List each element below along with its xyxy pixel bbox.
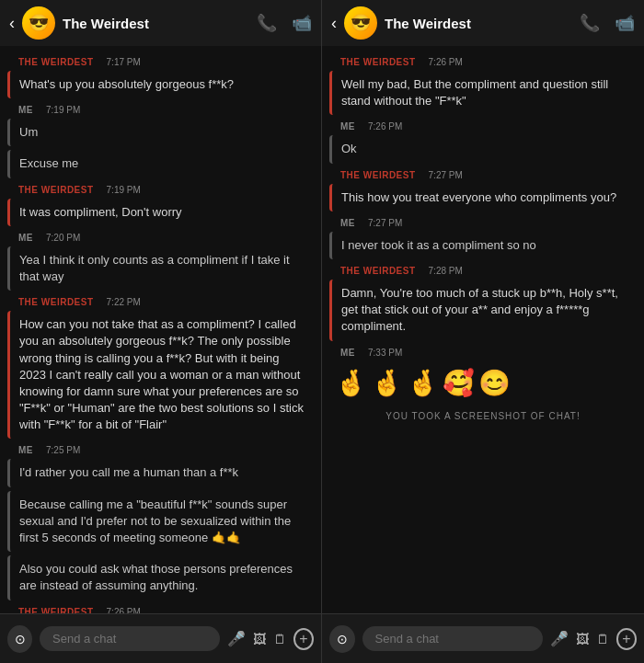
sender-row: THE WEIRDEST 7:19 PM	[4, 181, 317, 196]
message-bubble: It was compliment, Don't worry	[7, 199, 314, 226]
timestamp: 7:19 PM	[107, 185, 141, 195]
sender-label: ME	[11, 101, 40, 116]
left-header: ‹ 😎 The Weirdest 📞 📹	[0, 0, 321, 46]
message-bubble: Damn, You're too much of a stuck up b**h…	[329, 280, 637, 341]
camera-button[interactable]: ⊙	[7, 625, 32, 653]
sender-label: ME	[333, 118, 362, 132]
video-icon[interactable]: 📹	[615, 13, 635, 33]
sender-label: THE WEIRDEST	[11, 293, 101, 308]
sender-row: ME 7:26 PM	[326, 118, 640, 132]
left-avatar: 😎	[22, 6, 55, 40]
sticker-icon[interactable]: 🗒	[596, 632, 609, 646]
sender-row: ME 7:27 PM	[326, 214, 640, 229]
sender-label: ME	[11, 441, 40, 456]
sender-label: THE WEIRDEST	[333, 166, 423, 181]
message-bubble: How can you not take that as a complimen…	[7, 311, 314, 439]
timestamp: 7:26 PM	[107, 607, 141, 613]
right-chat-input[interactable]	[362, 626, 543, 651]
timestamp: 7:33 PM	[368, 348, 402, 358]
plus-button[interactable]: +	[616, 628, 637, 650]
phone-icon[interactable]: 📞	[580, 13, 600, 33]
sender-label: THE WEIRDEST	[333, 262, 423, 277]
left-chat-input[interactable]	[40, 626, 220, 651]
timestamp: 7:26 PM	[368, 121, 402, 131]
timestamp: 7:17 PM	[107, 57, 141, 67]
sender-row: THE WEIRDEST 7:28 PM	[326, 262, 640, 277]
sender-row: THE WEIRDEST 7:17 PM	[4, 53, 317, 68]
message-bubble: Excuse me	[7, 150, 314, 177]
left-header-icons: 📞 📹	[257, 13, 312, 33]
video-icon[interactable]: 📹	[292, 13, 312, 33]
sender-label: THE WEIRDEST	[333, 53, 423, 68]
gallery-icon[interactable]: 🖼	[576, 632, 589, 646]
sender-label: ME	[333, 214, 362, 229]
timestamp: 7:27 PM	[429, 170, 463, 180]
sender-row: ME 7:33 PM	[326, 344, 640, 359]
message-bubble: Because calling me a "beautiful f**k" so…	[7, 491, 314, 553]
message-bubble: Um	[7, 119, 314, 146]
sender-row: THE WEIRDEST 7:22 PM	[4, 293, 317, 308]
mic-icon[interactable]: 🎤	[227, 630, 246, 647]
gallery-icon[interactable]: 🖼	[253, 632, 266, 646]
sender-label: THE WEIRDEST	[11, 603, 101, 613]
timestamp: 7:22 PM	[107, 297, 141, 307]
right-chat-panel: ‹ 😎 The Weirdest 📞 📹 THE WEIRDEST 7:26 P…	[322, 0, 644, 663]
timestamp: 7:25 PM	[46, 445, 80, 455]
right-avatar: 😎	[344, 6, 377, 40]
sender-label: ME	[333, 344, 362, 359]
phone-icon[interactable]: 📞	[257, 13, 277, 33]
sender-label: THE WEIRDEST	[11, 53, 101, 68]
message-bubble: Yea I think it only counts as a complime…	[7, 246, 314, 291]
right-header-icons: 📞 📹	[580, 13, 635, 33]
sender-row: THE WEIRDEST 7:26 PM	[326, 53, 640, 68]
screenshot-notice: YOU TOOK A SCREENSHOT OF CHAT!	[326, 407, 640, 425]
left-chat-panel: ‹ 😎 The Weirdest 📞 📹 THE WEIRDEST 7:17 P…	[0, 0, 322, 663]
sender-row: ME 7:20 PM	[4, 229, 317, 244]
sender-row: ME 7:25 PM	[4, 441, 317, 456]
sender-row: ME 7:19 PM	[4, 101, 317, 116]
message-bubble: I never took it as a compliment so no	[329, 232, 637, 259]
mic-icon[interactable]: 🎤	[550, 630, 569, 647]
message-bubble: This how you treat everyone who complime…	[329, 184, 637, 211]
sender-label: ME	[11, 229, 40, 244]
message-bubble: Ok	[329, 135, 637, 163]
message-bubble: Well my bad, But the compliment and ques…	[329, 71, 637, 115]
camera-button[interactable]: ⊙	[329, 625, 355, 653]
timestamp: 7:20 PM	[46, 233, 80, 243]
right-input-bar: ⊙ 🎤 🖼 🗒 +	[322, 613, 644, 663]
right-messages-area: THE WEIRDEST 7:26 PM Well my bad, But th…	[322, 46, 644, 613]
right-header: ‹ 😎 The Weirdest 📞 📹	[322, 0, 644, 46]
timestamp: 7:19 PM	[46, 105, 80, 115]
left-back-button[interactable]: ‹	[9, 14, 15, 33]
left-messages-area: THE WEIRDEST 7:17 PM What's up you absol…	[0, 46, 321, 613]
timestamp: 7:28 PM	[429, 266, 463, 276]
message-bubble: Also you could ask what those persons pr…	[7, 555, 314, 600]
right-back-button[interactable]: ‹	[331, 14, 337, 33]
timestamp: 7:26 PM	[429, 57, 463, 67]
emoji-message: 🤞🤞🤞🥰😊	[326, 360, 640, 406]
sticker-icon[interactable]: 🗒	[273, 632, 286, 646]
left-header-title: The Weirdest	[63, 16, 249, 31]
message-bubble: I'd rather you call me a human than a f*…	[7, 459, 314, 486]
sender-row: THE WEIRDEST 7:27 PM	[326, 166, 640, 181]
sender-row: THE WEIRDEST 7:26 PM	[4, 603, 317, 613]
sender-label: THE WEIRDEST	[11, 181, 101, 196]
timestamp: 7:27 PM	[368, 218, 402, 228]
message-bubble: What's up you absolutely gorgeous f**k?	[7, 71, 314, 98]
right-header-title: The Weirdest	[385, 16, 572, 31]
plus-button[interactable]: +	[293, 628, 314, 650]
left-input-bar: ⊙ 🎤 🖼 🗒 +	[0, 613, 321, 663]
